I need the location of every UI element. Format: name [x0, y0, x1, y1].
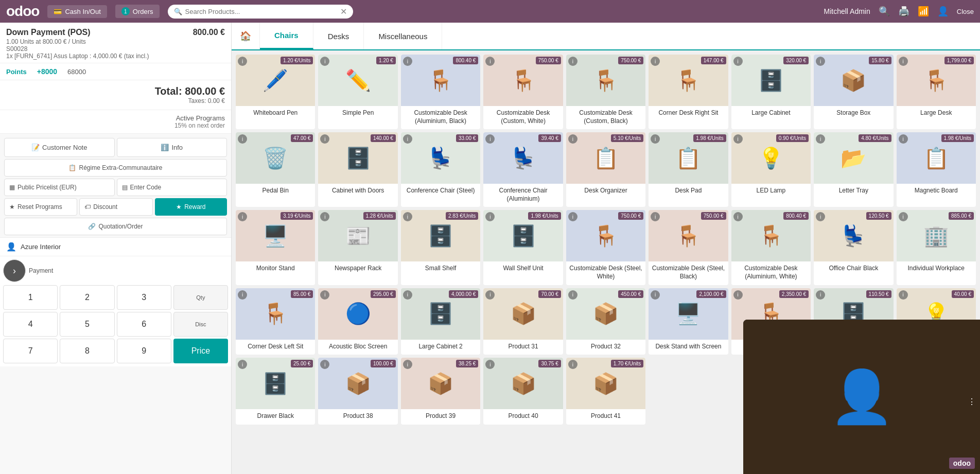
product-info-button[interactable]: i — [485, 290, 495, 300]
orders-button[interactable]: 1 Orders — [115, 5, 160, 18]
numpad-9[interactable]: 9 — [117, 339, 171, 363]
pricelist-icon: ▦ — [9, 184, 15, 191]
product-info-button[interactable]: i — [568, 57, 577, 66]
product-card[interactable]: i 120.50 € 💺 Office Chair Black — [814, 210, 893, 285]
product-card[interactable]: i 1.20 €/Units 🖊️ Whiteboard Pen — [236, 55, 315, 129]
product-card[interactable]: i 15.80 € 📦 Storage Box — [814, 55, 893, 129]
wifi-button[interactable]: 📶 — [918, 6, 929, 17]
product-info-button[interactable]: i — [733, 134, 743, 144]
product-card[interactable]: i 1.98 €/Units 📋 Desk Pad — [649, 132, 728, 207]
action-buttons-row1: 📝 Customer Note ℹ️ Info — [0, 134, 231, 159]
product-card[interactable]: i 1.28 €/Units 📰 Newspaper Rack — [318, 210, 397, 285]
numpad-7[interactable]: 7 — [3, 339, 58, 363]
product-card[interactable]: i 33.00 € 💺 Conference Chair (Steel) — [401, 132, 480, 207]
user-button[interactable]: 👤 — [937, 6, 949, 17]
product-info-button[interactable]: i — [651, 290, 660, 300]
product-info-button[interactable]: i — [816, 290, 825, 300]
product-card[interactable]: i 1.98 €/Units 📋 Magnetic Board — [897, 132, 976, 207]
product-info-button[interactable]: i — [403, 290, 412, 300]
home-tab[interactable]: 🏠 — [232, 23, 260, 49]
product-info-button[interactable]: i — [568, 134, 577, 144]
product-info-button[interactable]: i — [320, 290, 329, 300]
quotation-button[interactable]: 🔗 Quotation/Order — [4, 218, 227, 235]
product-card[interactable]: i 450.00 € 📦 Product 32 — [566, 288, 645, 355]
product-card[interactable]: i 85.00 € 🪑 Corner Desk Left Sit — [236, 288, 315, 355]
enter-code-button[interactable]: ▤ Enter Code — [117, 179, 227, 196]
category-tab-chairs[interactable]: Chairs — [260, 23, 313, 49]
product-card[interactable]: i 4,000.00 € 🗄️ Large Cabinet 2 — [401, 288, 480, 355]
product-card[interactable]: i 4.80 €/Units 📂 Letter Tray — [814, 132, 893, 207]
product-card[interactable]: i 2,100.00 € 🖥️ Desk Stand with Screen — [649, 288, 728, 355]
product-name: Simple Pen — [318, 106, 397, 121]
numpad-5[interactable]: 5 — [60, 312, 114, 337]
reset-programs-button[interactable]: ★ Reset Programs — [4, 198, 77, 216]
product-card[interactable]: i 750.00 € 🪑 Customizable Desk (Custom, … — [566, 55, 645, 129]
product-info-button[interactable]: i — [816, 57, 825, 66]
product-card[interactable]: i 30.75 € 📦 Product 40 — [483, 358, 563, 425]
print-button[interactable]: 🖨️ — [898, 6, 909, 17]
product-card[interactable]: i 2.83 €/Units 🗄️ Small Shelf — [401, 210, 480, 285]
numpad-nav-button[interactable]: › — [3, 259, 26, 282]
product-card[interactable]: i 140.00 € 🗄️ Cabinet with Doors — [318, 132, 397, 207]
product-card[interactable]: i 47.00 € 🗑️ Pedal Bin — [236, 132, 315, 207]
product-card[interactable]: i 70.00 € 📦 Product 31 — [483, 288, 563, 355]
product-card[interactable]: i 750.00 € 🪑 Customizable Desk (Custom, … — [483, 55, 563, 129]
product-card[interactable]: i 3.19 €/Units 🖥️ Monitor Stand — [236, 210, 315, 285]
product-card[interactable]: i 800.40 € 🪑 Customizable Desk (Aluminiu… — [401, 55, 480, 129]
search-global-button[interactable]: 🔍 — [879, 6, 890, 17]
cash-in-out-button[interactable]: 💳 Cash In/Out — [47, 5, 107, 18]
numpad-price[interactable]: Price — [173, 339, 228, 363]
product-card[interactable]: i 1.98 €/Units 🗄️ Wall Shelf Unit — [483, 210, 563, 285]
product-info-button[interactable]: i — [238, 290, 247, 300]
product-card[interactable]: i 885.00 € 🏢 Individual Workplace — [897, 210, 976, 285]
product-card[interactable]: i 1,799.00 € 🪑 Large Desk — [897, 55, 976, 129]
product-info-button[interactable]: i — [733, 57, 743, 66]
product-card[interactable]: i 100.00 € 📦 Product 38 — [318, 358, 397, 425]
product-card[interactable]: i 39.40 € 💺 Conference Chair (Aluminium) — [483, 132, 563, 207]
product-info-button[interactable]: i — [403, 134, 412, 144]
numpad-disc[interactable]: Disc — [173, 312, 228, 337]
product-info-button[interactable]: i — [403, 360, 412, 369]
product-card[interactable]: i 750.00 € 🪑 Customizable Desk (Steel, B… — [649, 210, 728, 285]
product-info-button[interactable]: i — [238, 57, 247, 66]
category-tab-misc[interactable]: Miscellaneous — [364, 23, 442, 49]
numpad-8[interactable]: 8 — [60, 339, 114, 363]
numpad-qty[interactable]: Qty — [173, 285, 228, 310]
customer-note-button[interactable]: 📝 Customer Note — [4, 138, 115, 157]
product-card[interactable]: i 0.90 €/Units 💡 LED Lamp — [731, 132, 811, 207]
search-clear-button[interactable]: ✕ — [340, 7, 347, 16]
product-info-button[interactable]: i — [733, 212, 743, 221]
product-card[interactable]: i 38.25 € 📦 Product 39 — [401, 358, 480, 425]
product-info-button[interactable]: i — [733, 290, 743, 300]
product-info-button[interactable]: i — [899, 57, 908, 66]
product-price-badge: 1.20 €/Units — [281, 57, 313, 64]
product-card[interactable]: i 5.10 €/Units 📋 Desk Organizer — [566, 132, 645, 207]
close-button[interactable]: Close — [957, 8, 974, 15]
product-card[interactable]: i 800.40 € 🪑 Customizable Desk (Aluminiu… — [731, 210, 811, 285]
product-info-button[interactable]: i — [403, 57, 412, 66]
product-card[interactable]: i 1.70 €/Units 📦 Product 41 — [566, 358, 645, 425]
product-info-button[interactable]: i — [568, 290, 577, 300]
numpad-4[interactable]: 4 — [3, 312, 58, 337]
info-button[interactable]: ℹ️ Info — [117, 138, 227, 157]
category-tab-desks[interactable]: Desks — [313, 23, 364, 49]
numpad-2[interactable]: 2 — [60, 285, 114, 310]
product-info-button[interactable]: i — [899, 290, 908, 300]
product-card[interactable]: i 25.00 € 🗄️ Drawer Black — [236, 358, 315, 425]
product-card[interactable]: i 147.00 € 🪑 Corner Desk Right Sit — [649, 55, 728, 129]
pricelist-button[interactable]: ▦ Public Pricelist (EUR) — [4, 179, 115, 196]
product-card[interactable]: i 750.00 € 🪑 Customizable Desk (Steel, W… — [566, 210, 645, 285]
product-info-button[interactable]: i — [899, 134, 908, 144]
numpad-1[interactable]: 1 — [3, 285, 58, 310]
search-input[interactable] — [185, 8, 337, 15]
regime-button[interactable]: 📋 Régime Extra-Communautaire — [4, 159, 227, 177]
product-card[interactable]: i 320.00 € 🗄️ Large Cabinet — [731, 55, 811, 129]
numpad-3[interactable]: 3 — [117, 285, 171, 310]
numpad-6[interactable]: 6 — [117, 312, 171, 337]
product-info-button[interactable]: i — [568, 360, 577, 369]
discount-button[interactable]: 🏷 Discount — [79, 198, 152, 216]
product-card[interactable]: i 295.00 € 🔵 Acoustic Bloc Screen — [318, 288, 397, 355]
reward-button[interactable]: ★ Reward — [155, 198, 227, 216]
product-card[interactable]: i 1.20 € ✏️ Simple Pen — [318, 55, 397, 129]
product-info-button[interactable]: i — [899, 212, 908, 221]
